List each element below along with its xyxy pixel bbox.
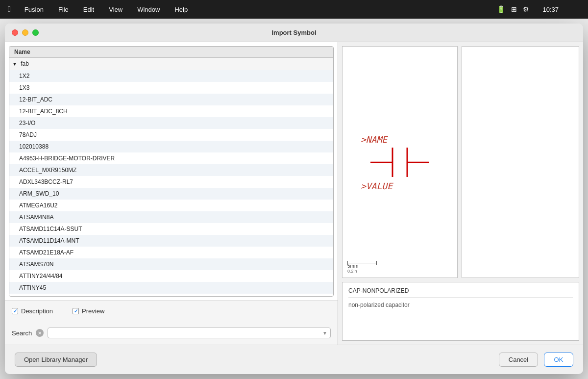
bottom-controls: Description Preview Search ✕ ▼ — [5, 301, 338, 345]
list-item[interactable]: ATMEGA16U2 — [9, 200, 333, 211]
scale-line — [347, 263, 377, 263]
search-input[interactable] — [51, 329, 322, 336]
preview-top: >NAME >VALUE — [338, 42, 583, 280]
scale-label: 5mm — [347, 263, 358, 269]
menu-window[interactable]: Window — [134, 5, 163, 14]
list-item[interactable]: ATSAM4N8A — [9, 211, 333, 223]
maximize-button[interactable] — [32, 29, 39, 36]
search-dropdown-icon[interactable]: ▼ — [322, 330, 327, 336]
description-checkbox-label: Description — [21, 307, 53, 315]
search-input-wrapper[interactable]: ▼ — [48, 328, 331, 338]
list-header: Name — [9, 47, 333, 58]
preview-checkbox[interactable]: Preview — [73, 307, 104, 315]
list-item[interactable]: ATSAMD21E18A-AF — [9, 247, 333, 258]
ok-button[interactable]: OK — [544, 353, 573, 367]
list-item[interactable]: A4953-H-BRIDGE-MOTOR-DRIVER — [9, 152, 333, 164]
list-item[interactable]: ADXL343BCCZ-RL7 — [9, 176, 333, 188]
right-panel: >NAME >VALUE — [338, 42, 583, 345]
list-item-fab[interactable]: ▼ fab — [9, 58, 333, 70]
left-panel: Name ▼ fab 1X2 1X3 12-BIT_ADC 12-BIT_ADC… — [5, 42, 338, 345]
description-title: CAP-NONPOLARIZED — [348, 287, 573, 298]
checkbox-row: Description Preview — [12, 307, 331, 315]
description-checkbox[interactable]: Description — [12, 307, 53, 315]
list-item[interactable]: ATTINY412 — [9, 294, 333, 296]
list-item[interactable]: 102010388 — [9, 141, 333, 152]
scale-indicator: 5mm 0.2in — [347, 263, 377, 274]
layout-icon: ⊞ — [511, 5, 517, 13]
search-label: Search — [12, 329, 32, 337]
package-preview — [462, 46, 579, 278]
battery-icon: 🔋 — [497, 5, 505, 13]
list-item[interactable]: ARM_SWD_10 — [9, 188, 333, 200]
symbol-list-body[interactable]: ▼ fab 1X2 1X3 12-BIT_ADC 12-BIT_ADC_8CH … — [9, 58, 333, 296]
list-item[interactable]: ATTINY45 — [9, 282, 333, 294]
list-item[interactable]: ATSAMS70N — [9, 258, 333, 270]
symbol-list-container: Name ▼ fab 1X2 1X3 12-BIT_ADC 12-BIT_ADC… — [9, 46, 334, 297]
list-item[interactable]: ATTINY24/44/84 — [9, 270, 333, 282]
list-item[interactable]: 23-I/O — [9, 117, 333, 129]
import-symbol-dialog: Import Symbol Name ▼ fab 1X2 1X3 — [5, 24, 583, 374]
list-item[interactable]: 1X2 — [9, 70, 333, 82]
symbol-svg: >NAME >VALUE — [351, 113, 449, 211]
search-clear-button[interactable]: ✕ — [36, 329, 44, 337]
open-library-manager-button[interactable]: Open Library Manager — [15, 353, 97, 367]
menu-help[interactable]: Help — [172, 5, 191, 14]
collapse-arrow-icon: ▼ — [12, 61, 17, 67]
description-checkbox-box[interactable] — [12, 308, 18, 314]
scale-bar — [347, 263, 377, 263]
description-area: CAP-NONPOLARIZED non-polarized capacitor — [342, 282, 579, 341]
list-item[interactable]: ATSAMD11D14A-MNT — [9, 235, 333, 247]
apple-menu-icon[interactable]:  — [8, 5, 11, 14]
svg-text:>NAME: >NAME — [361, 134, 388, 145]
menu-view[interactable]: View — [106, 5, 125, 14]
minimize-button[interactable] — [22, 29, 28, 36]
main-area: Name ▼ fab 1X2 1X3 12-BIT_ADC 12-BIT_ADC… — [5, 42, 583, 345]
menu-bar-status-icons: 🔋 ⊞ ⚙ — [497, 5, 529, 13]
menu-edit[interactable]: Edit — [80, 5, 97, 14]
menu-fusion[interactable]: Fusion — [22, 5, 47, 14]
menu-bar:  Fusion File Edit View Window Help 🔋 ⊞ … — [0, 0, 588, 19]
description-body: non-polarized capacitor — [348, 302, 573, 308]
list-item[interactable]: ACCEL_MXR9150MZ — [9, 164, 333, 176]
close-button[interactable] — [12, 29, 18, 36]
title-bar: Import Symbol — [5, 24, 583, 42]
footer: Open Library Manager Cancel OK — [5, 345, 583, 374]
preview-checkbox-label: Preview — [82, 307, 104, 315]
settings-icon: ⚙ — [523, 5, 529, 13]
list-item[interactable]: 12-BIT_ADC — [9, 94, 333, 105]
clock-display: 10:37 — [542, 6, 559, 13]
scale-sub-label: 0.2in — [347, 269, 357, 274]
traffic-lights — [12, 29, 39, 36]
preview-checkbox-box[interactable] — [73, 308, 79, 314]
list-item[interactable]: 12-BIT_ADC_8CH — [9, 105, 333, 117]
menu-file[interactable]: File — [55, 5, 72, 14]
cancel-button[interactable]: Cancel — [499, 353, 538, 367]
symbol-preview: >NAME >VALUE — [342, 46, 458, 278]
svg-text:>VALUE: >VALUE — [361, 181, 393, 191]
dialog-body: Name ▼ fab 1X2 1X3 12-BIT_ADC 12-BIT_ADC… — [5, 42, 583, 374]
dialog-title: Import Symbol — [271, 29, 316, 36]
search-row: Search ✕ ▼ — [12, 328, 331, 338]
list-item[interactable]: ATSAMD11C14A-SSUT — [9, 223, 333, 235]
list-item[interactable]: 78ADJ — [9, 129, 333, 141]
list-item[interactable]: 1X3 — [9, 82, 333, 94]
footer-right: Cancel OK — [499, 353, 573, 367]
